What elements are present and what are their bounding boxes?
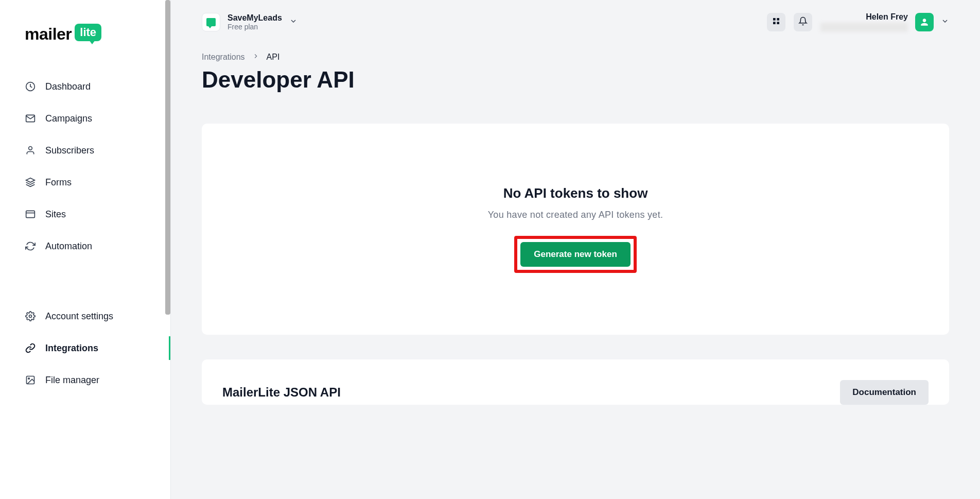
gear-icon [25, 311, 36, 322]
empty-state-subtitle: You have not created any API tokens yet. [222, 210, 929, 220]
svg-rect-13 [777, 22, 779, 24]
chevron-down-icon [289, 17, 297, 27]
nav-primary: Dashboard Campaigns Subscribers Forms [0, 64, 170, 268]
user-email-redacted [820, 23, 908, 32]
account-plan: Free plan [227, 23, 282, 31]
bell-icon [798, 16, 808, 28]
json-api-title: MailerLite JSON API [222, 385, 341, 400]
refresh-icon [25, 240, 36, 252]
svg-point-7 [29, 315, 32, 318]
sidebar-item-label: Forms [45, 177, 72, 188]
layers-icon [25, 177, 36, 188]
sidebar-item-label: Automation [45, 241, 92, 252]
sidebar: mailer lite Dashboard Campaigns Subsc [0, 0, 171, 499]
logo[interactable]: mailer lite [0, 25, 170, 64]
notifications-button[interactable] [794, 13, 812, 31]
svg-rect-4 [26, 211, 35, 217]
documentation-button[interactable]: Documentation [840, 380, 929, 405]
sidebar-item-automation[interactable]: Automation [0, 230, 170, 262]
svg-rect-12 [773, 22, 776, 24]
sidebar-item-sites[interactable]: Sites [0, 198, 170, 230]
user-name: Helen Frey [866, 12, 908, 22]
svg-rect-11 [777, 18, 779, 21]
header-right: Helen Frey [767, 12, 949, 32]
sidebar-item-subscribers[interactable]: Subscribers [0, 134, 170, 166]
sidebar-item-label: Campaigns [45, 113, 92, 124]
grid-icon [772, 17, 780, 27]
logo-text: mailer [25, 25, 72, 44]
chevron-down-icon [941, 17, 949, 27]
json-api-card: MailerLite JSON API Documentation [202, 359, 949, 405]
account-name: SaveMyLeads [227, 13, 282, 23]
apps-button[interactable] [767, 13, 785, 31]
svg-point-9 [28, 378, 30, 380]
chevron-right-icon [252, 53, 259, 62]
highlight-annotation: Generate new token [514, 236, 637, 273]
page-title: Developer API [202, 67, 949, 93]
sidebar-item-integrations[interactable]: Integrations [0, 332, 170, 364]
browser-icon [25, 209, 36, 220]
empty-state-title: No API tokens to show [222, 185, 929, 201]
user-menu[interactable]: Helen Frey [820, 12, 949, 32]
breadcrumb-current: API [267, 53, 280, 62]
sidebar-item-label: Account settings [45, 311, 113, 322]
generate-token-button[interactable]: Generate new token [520, 242, 631, 267]
mail-icon [25, 113, 36, 124]
sidebar-item-forms[interactable]: Forms [0, 166, 170, 198]
sidebar-item-dashboard[interactable]: Dashboard [0, 71, 170, 102]
chat-icon [206, 18, 216, 26]
image-icon [25, 374, 36, 386]
clock-icon [25, 81, 36, 92]
svg-rect-10 [773, 18, 776, 21]
sidebar-item-label: Sites [45, 209, 66, 220]
breadcrumb: Integrations API [202, 53, 949, 62]
sidebar-item-campaigns[interactable]: Campaigns [0, 102, 170, 134]
logo-lite-badge: lite [75, 24, 101, 41]
svg-point-2 [29, 147, 32, 150]
sidebar-item-label: File manager [45, 375, 99, 386]
sidebar-item-file-manager[interactable]: File manager [0, 364, 170, 396]
sidebar-item-label: Subscribers [45, 145, 94, 156]
header: SaveMyLeads Free plan [202, 12, 949, 32]
sidebar-item-label: Integrations [45, 343, 98, 354]
link-icon [25, 342, 36, 354]
sidebar-item-label: Dashboard [45, 81, 91, 92]
breadcrumb-parent[interactable]: Integrations [202, 53, 245, 62]
account-badge [202, 13, 220, 31]
account-info: SaveMyLeads Free plan [227, 13, 282, 31]
avatar [915, 13, 934, 31]
api-tokens-card: No API tokens to show You have not creat… [202, 124, 949, 335]
svg-marker-3 [26, 178, 35, 182]
user-icon [25, 145, 36, 156]
nav-secondary: Account settings Integrations File manag… [0, 294, 170, 402]
sidebar-item-account-settings[interactable]: Account settings [0, 300, 170, 332]
account-switcher[interactable]: SaveMyLeads Free plan [202, 13, 297, 31]
main-content: SaveMyLeads Free plan [171, 0, 980, 499]
